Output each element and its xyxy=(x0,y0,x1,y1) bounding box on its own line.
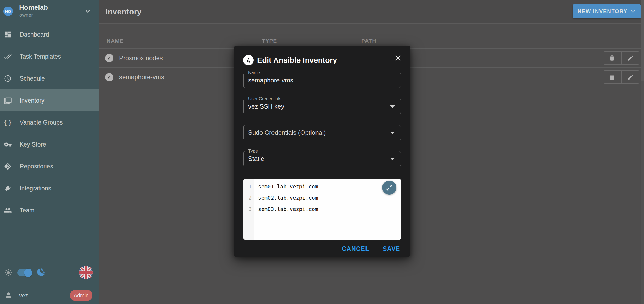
sidebar-divider xyxy=(0,285,99,285)
chevron-down-icon xyxy=(84,8,91,16)
edit-button[interactable] xyxy=(621,71,640,83)
person-icon xyxy=(4,291,13,300)
ansible-icon xyxy=(243,55,254,65)
braces-icon: { } xyxy=(4,119,12,126)
git-icon xyxy=(4,162,12,170)
sidebar-item-label: Key Store xyxy=(20,141,46,148)
sidebar-item-variable-groups[interactable]: { } Variable Groups xyxy=(0,111,99,133)
inventory-code-editor[interactable]: 123 sem01.lab.vezpi.comsem02.lab.vezpi.c… xyxy=(243,179,401,240)
sidebar-item-label: Inventory xyxy=(20,97,45,104)
trash-icon xyxy=(609,74,615,81)
code-line: sem02.lab.vezpi.com xyxy=(258,195,318,201)
row-actions xyxy=(603,70,640,84)
language-flag-uk-icon[interactable] xyxy=(78,265,93,280)
chevron-down-icon xyxy=(630,9,636,14)
user-row[interactable]: vez Admin xyxy=(0,288,99,304)
pencil-icon xyxy=(627,55,634,61)
dashboard-icon xyxy=(4,31,12,38)
dialog-title: Edit Ansible Inventory xyxy=(257,56,337,65)
project-avatar: HO xyxy=(3,7,13,16)
sidebar-item-team[interactable]: Team xyxy=(0,199,99,221)
dark-mode-moon-icon xyxy=(36,267,46,278)
pencil-icon xyxy=(627,74,634,81)
dropdown-arrow-icon xyxy=(390,158,395,160)
editor-content[interactable]: sem01.lab.vezpi.comsem02.lab.vezpi.comse… xyxy=(255,179,401,215)
sidebar-item-repositories[interactable]: Repositories xyxy=(0,155,99,177)
sidebar-item-schedule[interactable]: Schedule xyxy=(0,67,99,89)
ansible-icon xyxy=(105,73,113,81)
theme-switcher-row xyxy=(0,263,99,281)
clock-icon xyxy=(4,75,12,82)
project-switcher[interactable]: HO Homelab owner xyxy=(0,0,99,24)
column-header-name: NAME xyxy=(107,38,124,44)
edit-inventory-dialog: Edit Ansible Inventory Name semaphore-vm… xyxy=(234,46,410,257)
sidebar-item-inventory[interactable]: Inventory xyxy=(0,89,99,111)
name-field-value: semaphore-vms xyxy=(248,73,293,88)
inventory-name: semaphore-vms xyxy=(119,74,164,81)
dropdown-arrow-icon xyxy=(390,132,395,134)
sidebar-item-label: Task Templates xyxy=(20,53,61,60)
username: vez xyxy=(19,292,28,299)
type-select[interactable]: Type Static xyxy=(243,151,401,166)
plug-icon xyxy=(4,184,12,192)
code-line: sem03.lab.vezpi.com xyxy=(258,206,318,212)
done-all-icon xyxy=(4,53,12,60)
delete-button[interactable] xyxy=(603,52,621,64)
row-actions xyxy=(603,51,640,65)
project-name: Homelab xyxy=(19,3,48,12)
sidebar-item-label: Team xyxy=(20,207,34,214)
sidebar-item-label: Integrations xyxy=(20,185,51,192)
expand-arrows-icon xyxy=(386,184,393,191)
people-icon xyxy=(4,206,12,214)
theme-toggle-knob[interactable] xyxy=(24,269,32,277)
save-button[interactable]: SAVE xyxy=(383,245,400,252)
delete-button[interactable] xyxy=(603,71,621,83)
sidebar-item-key-store[interactable]: Key Store xyxy=(0,133,99,155)
ansible-icon xyxy=(105,54,113,62)
name-field[interactable]: Name semaphore-vms xyxy=(243,73,401,88)
column-header-type: TYPE xyxy=(262,38,277,44)
sidebar-nav: Dashboard Task Templates Schedule Invent… xyxy=(0,24,99,221)
type-field-value: Static xyxy=(248,151,264,166)
sidebar-item-label: Variable Groups xyxy=(20,119,63,126)
key-icon xyxy=(4,140,12,148)
cancel-button[interactable]: CANCEL xyxy=(342,245,369,252)
edit-button[interactable] xyxy=(621,52,640,64)
editor-line-numbers: 123 xyxy=(243,179,254,240)
column-header-path: PATH xyxy=(361,38,376,44)
user-credentials-select[interactable]: User Credentials vez SSH key xyxy=(243,99,401,114)
expand-editor-button[interactable] xyxy=(382,181,396,195)
close-icon[interactable] xyxy=(393,54,402,63)
inventory-name: Proxmox nodes xyxy=(119,54,163,62)
sudo-credentials-placeholder: Sudo Credentials (Optional) xyxy=(248,125,326,140)
sidebar-item-integrations[interactable]: Integrations xyxy=(0,177,99,199)
user-credentials-value: vez SSH key xyxy=(248,99,284,114)
app-root: HO Homelab owner Dashboard Task Template… xyxy=(0,0,644,304)
dropdown-arrow-icon xyxy=(390,105,395,108)
page-title: Inventory xyxy=(106,7,142,16)
new-inventory-button-label: NEW INVENTORY xyxy=(578,8,628,14)
sidebar: HO Homelab owner Dashboard Task Template… xyxy=(0,0,99,304)
scrollbar-thumb[interactable] xyxy=(641,0,644,81)
sidebar-item-label: Dashboard xyxy=(20,31,49,38)
scrollbar-track[interactable] xyxy=(641,0,644,304)
top-app-bar: Inventory NEW INVENTORY xyxy=(99,0,644,24)
admin-role-badge: Admin xyxy=(70,290,92,301)
sidebar-item-task-templates[interactable]: Task Templates xyxy=(0,46,99,67)
sidebar-item-label: Schedule xyxy=(20,75,45,82)
project-role: owner xyxy=(19,12,33,18)
code-line: sem01.lab.vezpi.com xyxy=(258,183,318,190)
sidebar-item-dashboard[interactable]: Dashboard xyxy=(0,24,99,46)
light-mode-sun-icon xyxy=(4,268,13,278)
monitor-multiple-icon xyxy=(4,97,12,104)
new-inventory-button[interactable]: NEW INVENTORY xyxy=(573,4,641,18)
sidebar-item-label: Repositories xyxy=(20,163,53,170)
trash-icon xyxy=(609,55,615,61)
sudo-credentials-select[interactable]: Sudo Credentials (Optional) xyxy=(243,125,401,140)
